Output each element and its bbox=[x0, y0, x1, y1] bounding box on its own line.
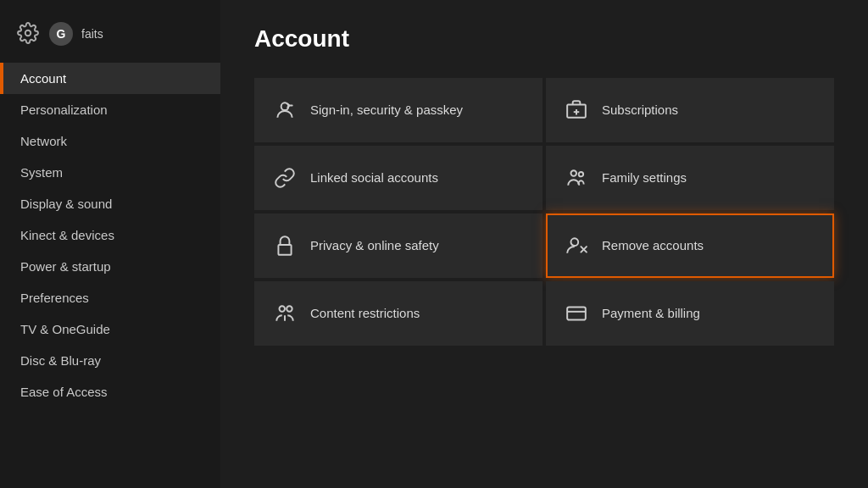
family-icon bbox=[565, 166, 588, 190]
payment-icon bbox=[565, 302, 588, 325]
svg-point-0 bbox=[25, 30, 31, 36]
grid-label-remove-accounts: Remove accounts bbox=[602, 237, 704, 254]
page-title: Account bbox=[254, 25, 834, 53]
grid-item-remove-accounts[interactable]: Remove accounts bbox=[546, 214, 834, 278]
settings-grid: Sign-in, security & passkeySubscriptions… bbox=[254, 78, 834, 346]
sidebar-item-preferences[interactable]: Preferences bbox=[0, 282, 220, 313]
grid-item-signin-security[interactable]: Sign-in, security & passkey bbox=[254, 78, 542, 142]
svg-point-11 bbox=[280, 306, 286, 312]
sidebar-item-personalization[interactable]: Personalization bbox=[0, 94, 220, 125]
sidebar-item-kinect-devices[interactable]: Kinect & devices bbox=[0, 219, 220, 251]
grid-label-content-restrictions: Content restrictions bbox=[310, 305, 420, 322]
grid-item-family-settings[interactable]: Family settings bbox=[546, 146, 834, 210]
signin-icon bbox=[273, 98, 297, 122]
svg-rect-14 bbox=[567, 307, 586, 319]
remove-account-icon bbox=[565, 234, 588, 258]
svg-point-6 bbox=[579, 172, 583, 176]
subscriptions-icon bbox=[565, 98, 588, 122]
svg-point-5 bbox=[571, 170, 577, 176]
grid-item-payment-billing[interactable]: Payment & billing bbox=[546, 281, 834, 346]
sidebar: G faits AccountPersonalizationNetworkSys… bbox=[0, 0, 220, 488]
grid-label-privacy-safety: Privacy & online safety bbox=[310, 237, 439, 254]
sidebar-item-system[interactable]: System bbox=[0, 157, 220, 188]
grid-label-linked-social: Linked social accounts bbox=[310, 169, 438, 186]
svg-point-8 bbox=[571, 238, 579, 246]
sidebar-item-ease-of-access[interactable]: Ease of Access bbox=[0, 376, 220, 408]
sidebar-item-display-sound[interactable]: Display & sound bbox=[0, 188, 220, 219]
sidebar-header: G faits bbox=[0, 14, 220, 63]
grid-item-subscriptions[interactable]: Subscriptions bbox=[546, 78, 834, 142]
sidebar-item-network[interactable]: Network bbox=[0, 125, 220, 157]
sidebar-item-account[interactable]: Account bbox=[0, 63, 220, 94]
main-content: Account Sign-in, security & passkeySubsc… bbox=[220, 0, 868, 488]
grid-label-family-settings: Family settings bbox=[602, 169, 687, 186]
avatar: G bbox=[49, 22, 73, 46]
linked-social-icon bbox=[273, 166, 297, 190]
sidebar-nav: AccountPersonalizationNetworkSystemDispl… bbox=[0, 63, 220, 408]
grid-label-payment-billing: Payment & billing bbox=[602, 305, 700, 322]
sidebar-item-power-startup[interactable]: Power & startup bbox=[0, 251, 220, 282]
svg-point-12 bbox=[287, 306, 292, 312]
privacy-icon bbox=[273, 234, 297, 258]
content-restrictions-icon bbox=[273, 302, 297, 325]
grid-item-privacy-safety[interactable]: Privacy & online safety bbox=[254, 214, 542, 278]
gear-icon bbox=[17, 22, 41, 46]
sidebar-item-disc-bluray[interactable]: Disc & Blu-ray bbox=[0, 345, 220, 376]
username-label: faits bbox=[81, 27, 103, 41]
svg-rect-7 bbox=[278, 245, 291, 255]
grid-item-content-restrictions[interactable]: Content restrictions bbox=[254, 281, 542, 346]
grid-label-subscriptions: Subscriptions bbox=[602, 102, 678, 119]
grid-label-signin-security: Sign-in, security & passkey bbox=[310, 102, 463, 119]
grid-item-linked-social[interactable]: Linked social accounts bbox=[254, 146, 542, 210]
sidebar-item-tv-oneguide[interactable]: TV & OneGuide bbox=[0, 313, 220, 345]
